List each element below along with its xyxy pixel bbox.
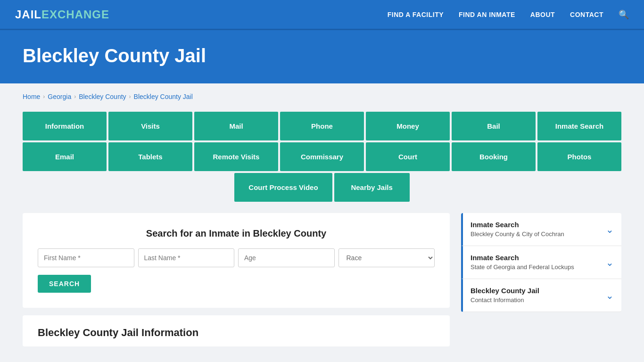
sidebar-card-inmate-search-local[interactable]: Inmate Search Bleckley County & City of …	[461, 213, 621, 246]
age-input[interactable]	[238, 248, 335, 267]
sidebar-card-title-1: Inmate Search	[471, 221, 564, 229]
btn-visits[interactable]: Visits	[108, 112, 192, 140]
hero-section: Bleckley County Jail	[0, 30, 644, 83]
search-button[interactable]: SEARCH	[38, 275, 91, 293]
btn-tablets[interactable]: Tablets	[108, 142, 192, 171]
breadcrumb-chevron-1: ›	[43, 93, 45, 100]
sidebar-card-text-2: Inmate Search State of Georgia and Feder…	[471, 254, 574, 271]
content-area: Home › Georgia › Bleckley County › Bleck…	[0, 83, 644, 362]
inmate-search-box: Search for an Inmate in Bleckley County …	[23, 213, 450, 308]
search-icon[interactable]: 🔍	[619, 9, 629, 20]
search-inputs: Race White Black Hispanic Asian Other	[38, 248, 435, 267]
breadcrumb-bleckley-county[interactable]: Bleckley County	[79, 93, 126, 100]
btn-photos[interactable]: Photos	[537, 142, 621, 171]
btn-mail[interactable]: Mail	[194, 112, 278, 140]
btn-nearby-jails[interactable]: Nearby Jails	[334, 173, 410, 202]
btn-remote-visits[interactable]: Remote Visits	[194, 142, 278, 171]
button-grid-row2: Email Tablets Remote Visits Commissary C…	[23, 142, 621, 171]
sidebar: Inmate Search Bleckley County & City of …	[461, 213, 621, 312]
logo-exchange: EXCHANGE	[41, 8, 109, 21]
sidebar-card-subtitle-1: Bleckley County & City of Cochran	[471, 230, 564, 238]
sidebar-card-text-3: Bleckley County Jail Contact Information	[471, 287, 539, 304]
breadcrumb-chevron-3: ›	[129, 93, 131, 100]
btn-commissary[interactable]: Commissary	[280, 142, 364, 171]
nav-find-facility[interactable]: FIND A FACILITY	[388, 11, 444, 18]
first-name-input[interactable]	[38, 248, 134, 267]
breadcrumb-georgia[interactable]: Georgia	[48, 93, 71, 100]
button-grid-row1: Information Visits Mail Phone Money Bail…	[23, 112, 621, 140]
sidebar-card-subtitle-3: Contact Information	[471, 296, 524, 304]
btn-court-process-video[interactable]: Court Process Video	[234, 173, 332, 202]
page-title: Bleckley County Jail	[23, 45, 621, 66]
button-grid-row3: Court Process Video Nearby Jails	[23, 173, 621, 202]
logo-jail: JAIL	[15, 8, 41, 21]
chevron-down-icon-2: ⌄	[606, 257, 614, 268]
nav-about[interactable]: ABOUT	[530, 11, 555, 18]
btn-booking[interactable]: Booking	[452, 142, 536, 171]
site-logo[interactable]: JAIL EXCHANGE	[15, 8, 109, 21]
breadcrumb: Home › Georgia › Bleckley County › Bleck…	[23, 93, 621, 100]
btn-inmate-search[interactable]: Inmate Search	[537, 112, 621, 140]
sidebar-card-subtitle-2: State of Georgia and Federal Lockups	[471, 263, 574, 271]
btn-court[interactable]: Court	[366, 142, 450, 171]
btn-information[interactable]: Information	[23, 112, 107, 140]
breadcrumb-chevron-2: ›	[74, 93, 76, 100]
main-column: Search for an Inmate in Bleckley County …	[23, 213, 450, 346]
chevron-down-icon-1: ⌄	[606, 224, 614, 235]
btn-money[interactable]: Money	[366, 112, 450, 140]
btn-email[interactable]: Email	[23, 142, 107, 171]
race-select[interactable]: Race White Black Hispanic Asian Other	[339, 248, 435, 267]
breadcrumb-current: Bleckley County Jail	[134, 93, 193, 100]
chevron-down-icon-3: ⌄	[606, 290, 614, 301]
info-section: Bleckley County Jail Information	[23, 315, 450, 346]
sidebar-card-contact-info[interactable]: Bleckley County Jail Contact Information…	[461, 279, 621, 312]
search-title: Search for an Inmate in Bleckley County	[38, 228, 435, 239]
info-title: Bleckley County Jail Information	[38, 327, 435, 339]
sidebar-card-title-2: Inmate Search	[471, 254, 574, 262]
navbar: JAIL EXCHANGE FIND A FACILITY FIND AN IN…	[0, 0, 644, 30]
sidebar-card-title-3: Bleckley County Jail	[471, 287, 539, 295]
nav-contact[interactable]: CONTACT	[570, 11, 603, 18]
sidebar-card-inmate-search-state[interactable]: Inmate Search State of Georgia and Feder…	[461, 246, 621, 279]
last-name-input[interactable]	[138, 248, 235, 267]
btn-phone[interactable]: Phone	[280, 112, 364, 140]
btn-bail[interactable]: Bail	[452, 112, 536, 140]
breadcrumb-home[interactable]: Home	[23, 93, 40, 100]
main-layout: Search for an Inmate in Bleckley County …	[23, 213, 621, 346]
nav-find-inmate[interactable]: FIND AN INMATE	[459, 11, 515, 18]
navbar-nav: FIND A FACILITY FIND AN INMATE ABOUT CON…	[388, 9, 629, 20]
sidebar-card-text-1: Inmate Search Bleckley County & City of …	[471, 221, 564, 238]
